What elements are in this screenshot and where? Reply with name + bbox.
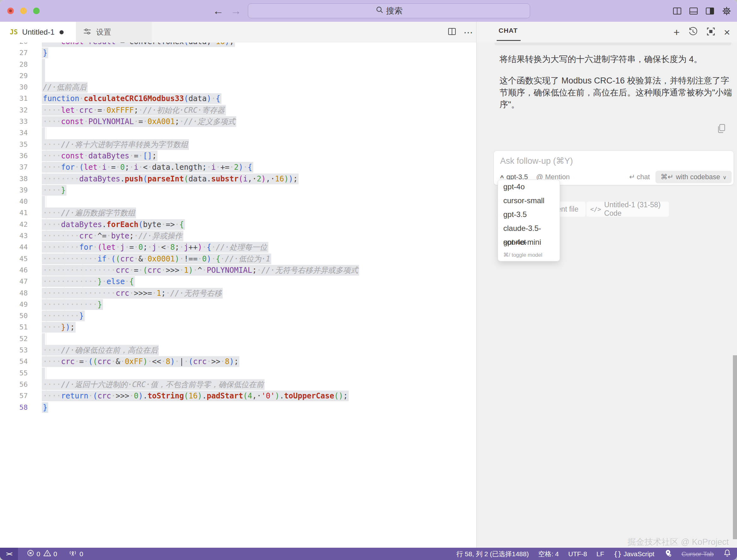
code-line[interactable]: 39····} (0, 185, 476, 196)
model-option-gpt-3.5[interactable]: gpt-3.5 (498, 208, 560, 221)
code-line[interactable]: 50········} (0, 310, 476, 322)
code-line[interactable]: 49············} (0, 299, 476, 310)
chat-submit-button[interactable]: ↵ chat (629, 173, 650, 181)
copy-message-button[interactable] (717, 123, 726, 134)
problems-warnings[interactable]: 0 (43, 549, 57, 558)
model-option-gpt-4o-mini[interactable]: gpt-4o-mini (498, 235, 560, 249)
code-editor[interactable]: 26····const·result·=·convertToHex(data,·… (0, 43, 476, 548)
language-status-pen-icon[interactable] (664, 549, 672, 559)
code-line[interactable]: 56····//·返回十六进制的·CRC·值，不包含前导零，确保低位在前 (0, 379, 476, 390)
code-line[interactable]: 35····//·将十六进制字符串转换为字节数组 (0, 139, 476, 150)
line-number: 57 (0, 390, 28, 402)
model-dropdown: gpt-4ocursor-smallgpt-3.5claude-3.5-sonn… (498, 180, 560, 261)
tab-chat[interactable]: CHAT (499, 27, 518, 34)
code-line[interactable]: 43········crc·^=·byte;·//·异或操作 (0, 230, 476, 242)
code-line[interactable]: 55 (0, 368, 476, 379)
model-option-claude-3.5-sonnet[interactable]: claude-3.5-sonnet (498, 221, 560, 235)
with-codebase-button[interactable]: ⌘↵ with codebase ∨ (655, 171, 732, 183)
code-line[interactable]: 27} (0, 47, 476, 59)
new-chat-icon[interactable]: + (673, 27, 680, 37)
javascript-file-icon: JS (10, 28, 18, 36)
code-icon: </> (590, 206, 601, 213)
code-line[interactable]: 57····return·(crc·>>>·0).toString(16).pa… (0, 390, 476, 402)
problems-errors[interactable]: 0 (27, 549, 40, 558)
eol-sequence[interactable]: LF (597, 550, 604, 558)
back-button[interactable]: ← (213, 4, 224, 17)
forwarded-ports[interactable]: 0 (68, 549, 83, 558)
line-number: 40 (0, 196, 28, 207)
code-line[interactable]: 38········dataBytes.push(parseInt(data.s… (0, 173, 476, 185)
split-editor-icon[interactable] (447, 27, 457, 37)
close-panel-icon[interactable]: × (724, 27, 730, 37)
code-line[interactable]: 46················crc·=·(crc·>>>·1)·^·PO… (0, 265, 476, 276)
notifications-bell-icon[interactable] (723, 549, 731, 559)
context-chip-code-selection[interactable]: </> Untitled-1 (31-58) Code (586, 202, 669, 217)
line-number: 42 (0, 219, 28, 230)
code-line[interactable]: 45············if·((crc·&·0x0001)·!==·0)·… (0, 253, 476, 265)
layout-sidebar-right-icon[interactable] (705, 6, 715, 16)
line-number: 50 (0, 310, 28, 322)
model-option-gpt-4o[interactable]: gpt-4o (498, 180, 560, 194)
line-number: 43 (0, 230, 28, 242)
code-line[interactable]: 31function·calculateCRC16Modbus33(data)·… (0, 93, 476, 104)
line-number: 54 (0, 356, 28, 367)
code-line[interactable]: 44········for·(let·j·=·0;·j·<·8;·j++)·{·… (0, 242, 476, 253)
code-line[interactable]: 30//·低前高后 (0, 82, 476, 93)
settings-gear-icon[interactable] (721, 5, 732, 17)
model-option-cursor-small[interactable]: cursor-small (498, 194, 560, 208)
code-line[interactable]: 32····let·crc·=·0xFFFF;·//·初始化·CRC·寄存器 (0, 105, 476, 116)
close-window-button[interactable] (7, 8, 14, 14)
chat-scrollbar[interactable] (733, 355, 737, 539)
layout-columns-icon[interactable] (672, 6, 683, 16)
layout-panel-icon[interactable] (688, 6, 699, 16)
line-number: 47 (0, 276, 28, 287)
code-line[interactable]: 52 (0, 333, 476, 345)
tab-label: Untitled-1 (22, 28, 54, 37)
message-paragraph: 将结果转换为大写的十六进制字符串，确保长度为 4。 (500, 53, 735, 65)
message-paragraph: 这个函数实现了 Modbus CRC-16 校验算法，并特别注意了字节顺序，确保… (500, 75, 735, 111)
line-number: 37 (0, 162, 28, 173)
language-mode[interactable]: {}JavaScript (614, 550, 654, 558)
modified-dot-icon[interactable] (60, 30, 64, 34)
warning-icon (43, 549, 51, 558)
code-line[interactable]: 51····}); (0, 322, 476, 333)
line-number: 55 (0, 368, 28, 379)
history-icon[interactable] (688, 26, 698, 38)
code-line[interactable]: 47············}·else·{ (0, 276, 476, 287)
code-line[interactable]: 34 (0, 127, 476, 139)
code-line[interactable]: 33····const·POLYNOMIAL·=·0xA001;·//·定义多项… (0, 116, 476, 127)
search-input[interactable]: 搜索 (248, 3, 530, 18)
maximize-icon[interactable] (706, 27, 716, 37)
encoding[interactable]: UTF-8 (568, 550, 587, 558)
forward-button[interactable]: → (231, 4, 241, 17)
code-line[interactable]: 48················crc·>>>=·1;·//·无符号右移 (0, 288, 476, 299)
code-line[interactable]: 54····crc·=·((crc·&·0xFF)·<<·8)·|·(crc·>… (0, 356, 476, 367)
code-line[interactable]: 53····//·确保低位在前，高位在后 (0, 345, 476, 356)
more-actions-icon[interactable]: ⋯ (464, 27, 474, 38)
cursor-tab-toggle[interactable]: Cursor Tab (682, 550, 714, 558)
tab-untitled-1[interactable]: JS Untitled-1 (0, 22, 76, 43)
minimize-window-button[interactable] (20, 8, 27, 14)
code-line[interactable]: 58} (0, 402, 476, 413)
line-number: 30 (0, 82, 28, 93)
tab-settings[interactable]: 设置 (76, 22, 152, 43)
code-line[interactable]: 36····const·dataBytes·=·[]; (0, 150, 476, 162)
braces-icon: {} (614, 550, 621, 558)
code-line[interactable]: 26····const·result·=·convertToHex(data,·… (0, 43, 476, 47)
code-line[interactable]: 42····dataBytes.forEach(byte·=>·{ (0, 219, 476, 230)
remote-indicator[interactable]: >< (0, 548, 18, 560)
line-number: 52 (0, 333, 28, 345)
line-number: 38 (0, 173, 28, 185)
code-line[interactable]: 29 (0, 70, 476, 82)
code-line[interactable]: 37····for·(let·i·=·0;·i·<·data.length;·i… (0, 162, 476, 173)
indentation[interactable]: 空格: 4 (538, 550, 559, 558)
zoom-window-button[interactable] (33, 8, 40, 14)
line-number: 41 (0, 207, 28, 219)
previous-message-edge (494, 43, 731, 45)
cursor-position[interactable]: 行 58, 列 2 (已选择1488) (456, 550, 529, 558)
line-number: 58 (0, 402, 28, 413)
code-line[interactable]: 28 (0, 59, 476, 70)
code-line[interactable]: 40 (0, 196, 476, 207)
code-line[interactable]: 41····//·遍历数据字节数组 (0, 207, 476, 219)
line-number: 51 (0, 322, 28, 333)
